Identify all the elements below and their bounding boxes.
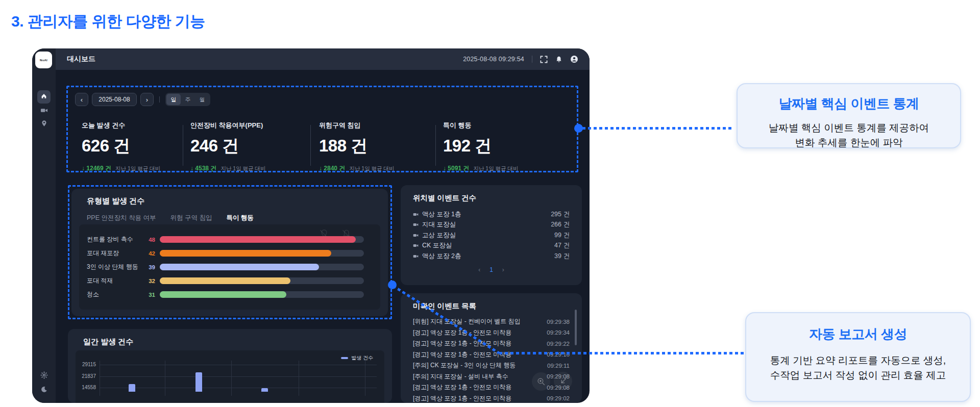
page-next-button[interactable]: › xyxy=(502,266,504,273)
daily-chart-title: 일간 발생 건수 xyxy=(83,337,377,347)
location-row[interactable]: 고상 포장실99 건 xyxy=(413,230,570,241)
bar-track xyxy=(160,250,364,257)
location-count: 99 건 xyxy=(554,231,570,240)
sidebar-item-cameras[interactable] xyxy=(40,107,48,115)
stat-label: 특이 행동 xyxy=(443,121,518,130)
event-label: [경고] 액상 포장 1층 - 안전모 미착용 xyxy=(413,339,511,348)
stat-divider xyxy=(310,125,311,166)
camera-icon xyxy=(413,233,419,238)
location-row[interactable]: 액상 포장 2층39 건 xyxy=(413,251,570,262)
bar-category-label: 3인 이상 단체 행동 xyxy=(87,263,141,271)
scrollbar[interactable] xyxy=(575,310,577,345)
event-panel-title: 미확인 이벤트 목록 xyxy=(413,301,570,311)
header-divider xyxy=(532,56,532,63)
bar-value-label: 39 xyxy=(141,264,155,270)
event-time: 09:29:11 xyxy=(547,363,570,369)
window-header: 대시보드 2025-08-08 09:29:54 xyxy=(56,48,590,70)
date-prev-button[interactable]: ‹ xyxy=(75,93,88,106)
daily-bar xyxy=(129,384,135,392)
dashboard-window: NoAI 대시보드 2025-08-08 09:29:54 xyxy=(32,48,590,403)
bar-value-label: 32 xyxy=(141,278,155,284)
bar-track xyxy=(160,264,364,270)
gridline xyxy=(365,361,365,396)
stat-delta: ↓ 5091 건 xyxy=(443,164,469,173)
stat-value: 188 건 xyxy=(319,135,394,158)
y-tick-label: 29115 xyxy=(76,362,96,367)
event-row[interactable]: [주의] CK 포장실 - 3인 이상 단체 행동09:29:11 xyxy=(413,360,570,371)
range-option-주[interactable]: 주 xyxy=(181,94,195,105)
gridline xyxy=(231,361,232,396)
connector-dot-chart xyxy=(388,281,397,289)
stat-delta: ↓ 4538 건 xyxy=(190,164,216,173)
location-name: 지대 포장실 xyxy=(422,220,456,229)
theme-moon-icon[interactable] xyxy=(40,385,48,393)
camera-icon xyxy=(413,222,419,227)
type-bar-row: 포대 재포장42 xyxy=(79,246,380,260)
stat-divider xyxy=(183,125,183,166)
location-row[interactable]: 액상 포장 1층295 건 xyxy=(413,209,570,220)
page-title: 3. 관리자를 위한 다양한 기능 xyxy=(11,11,205,32)
bar-fill xyxy=(160,264,319,270)
daily-chart-area: 발생 건수 291152183714558 xyxy=(76,350,384,403)
event-row[interactable]: [경고] 액상 포장 1층 - 안전모 미착용09:29:34 xyxy=(413,327,570,339)
legend: 발생 건수 xyxy=(341,354,373,362)
notifications-bell-icon[interactable] xyxy=(555,56,562,63)
stat-label: 안전장비 착용여부(PPE) xyxy=(190,121,265,130)
range-option-월[interactable]: 월 xyxy=(195,94,209,105)
page: 3. 관리자를 위한 다양한 기능 NoAI 대시보드 2025-08-0 xyxy=(0,0,980,407)
event-row[interactable]: [위험] 지대 포장실 - 컨베이어 벨트 침입09:29:38 xyxy=(413,316,570,327)
stat-card-ppe: 안전장비 착용여부(PPE) 246 건 ↓ 4538 건지난 1일 평균 대비 xyxy=(190,121,265,173)
user-profile-icon[interactable] xyxy=(570,55,578,63)
settings-gear-icon[interactable] xyxy=(40,371,48,379)
range-option-일[interactable]: 일 xyxy=(166,94,181,105)
type-chart-panel: 유형별 발생 건수 PPE 안전장치 착용 여부위험 구역 침입특이 행동 컨트… xyxy=(71,189,388,316)
date-next-button[interactable]: › xyxy=(140,93,154,106)
date-display[interactable]: 2025-08-08 xyxy=(92,93,137,106)
stat-delta-note: 지난 1일 평균 대비 xyxy=(220,165,265,172)
location-count: 295 건 xyxy=(551,210,570,219)
location-count: 39 건 xyxy=(554,252,570,261)
event-time: 09:29:22 xyxy=(547,341,570,347)
sidebar: NoAI xyxy=(32,48,56,403)
sidebar-item-locations[interactable] xyxy=(40,120,48,129)
stat-value: 246 건 xyxy=(190,135,265,158)
camera-icon xyxy=(413,253,419,259)
bar-value-label: 31 xyxy=(141,292,155,298)
type-chart-title: 유형별 발생 건수 xyxy=(87,196,373,206)
page-prev-button[interactable]: ‹ xyxy=(478,266,480,273)
location-row[interactable]: 지대 포장실266 건 xyxy=(413,220,570,231)
location-count: 47 건 xyxy=(554,241,570,250)
collapse-arrow-overlay-button[interactable] xyxy=(554,372,572,390)
location-panel-title: 위치별 이벤트 건수 xyxy=(413,193,570,203)
stat-value: 626 건 xyxy=(82,135,160,158)
location-row[interactable]: CK 포장실47 건 xyxy=(413,241,570,251)
daily-bar xyxy=(261,388,268,392)
daily-bar xyxy=(195,372,202,392)
location-name: 액상 포장 1층 xyxy=(422,210,461,219)
connector-dot-stats xyxy=(574,124,583,133)
callout-body: 날짜별 핵심 이벤트 통계를 제공하여 변화 추세를 한눈에 파악 xyxy=(738,120,960,150)
callout-title: 날짜별 핵심 이벤트 통계 xyxy=(738,95,960,113)
type-bar-row: 3인 이상 단체 행동39 xyxy=(79,260,380,274)
fullscreen-icon[interactable] xyxy=(540,56,548,63)
event-row[interactable]: [경고] 액상 포장 1층 - 안전모 미착용09:29:02 xyxy=(413,393,570,403)
sidebar-item-home[interactable] xyxy=(37,90,51,104)
location-name: 액상 포장 2층 xyxy=(422,252,461,261)
location-name: CK 포장실 xyxy=(422,241,452,250)
callout-title: 자동 보고서 생성 xyxy=(746,325,970,343)
bar-fill xyxy=(160,250,331,257)
location-name: 고상 포장실 xyxy=(422,231,456,240)
gridline xyxy=(100,388,377,388)
video-camera-icon xyxy=(40,107,48,116)
pagination: ‹ 1 › xyxy=(413,266,570,273)
zoom-in-overlay-button[interactable] xyxy=(532,372,550,391)
gridline xyxy=(100,365,377,365)
event-row[interactable]: [경고] 액상 포장 1층 - 안전모 미착용09:29:16 xyxy=(413,349,570,361)
callout-event-stats: 날짜별 핵심 이벤트 통계 날짜별 핵심 이벤트 통계를 제공하여 변화 추세를… xyxy=(737,83,961,148)
page-number[interactable]: 1 xyxy=(489,266,493,273)
bar-value-label: 42 xyxy=(141,250,155,257)
stat-label: 위험구역 침입 xyxy=(319,121,394,130)
stat-delta-note: 지난 1일 평균 대비 xyxy=(115,165,160,172)
app-logo: NoAI xyxy=(35,52,52,68)
stat-label: 오늘 발생 건수 xyxy=(82,121,160,130)
